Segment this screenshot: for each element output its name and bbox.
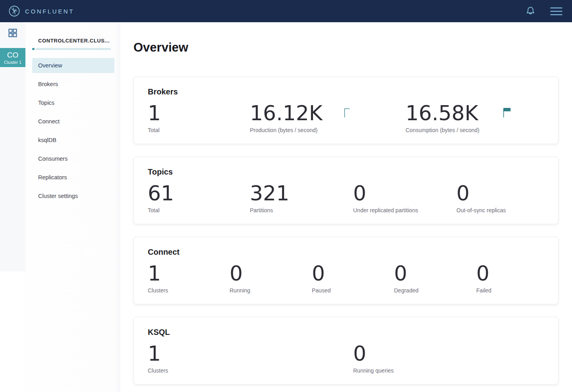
stat-value: 0 — [312, 263, 394, 284]
sidebar-nav-list: Overview Brokers Topics Connect ksqlDB C… — [25, 58, 120, 204]
stat-value: 321 — [250, 183, 353, 204]
stat-value: 0 — [394, 263, 476, 284]
brokers-total-stat: 1 Total — [148, 102, 250, 133]
bell-icon — [526, 6, 535, 16]
brokers-card[interactable]: Brokers 1 Total 16.12K Production (bytes… — [133, 77, 558, 144]
brokers-consumption-stat: 16.58K Consumption (bytes / second) — [406, 102, 503, 133]
stat-value: 16.58K — [406, 102, 503, 124]
stat-label: Failed — [476, 287, 558, 294]
sidebar-item-ksqldb[interactable]: ksqlDB — [32, 133, 114, 148]
cluster-rail: CO Cluster 1 — [0, 22, 25, 392]
sidebar-item-brokers[interactable]: Brokers — [32, 77, 114, 92]
home-clusters-button[interactable] — [8, 28, 18, 39]
cluster-badge[interactable]: CO Cluster 1 — [0, 48, 25, 67]
connect-running-stat: 0 Running — [230, 263, 312, 294]
ksql-clusters-stat: 1 Clusters — [148, 343, 353, 374]
confluent-spark-icon — [9, 6, 20, 17]
topics-card-title: Topics — [148, 167, 558, 177]
stat-label: Degraded — [394, 287, 476, 294]
stat-label: Partitions — [250, 207, 353, 213]
topics-card[interactable]: Topics 61 Total 321 Partitions 0 Under r… — [133, 157, 558, 224]
top-navbar: CONFLUENT — [0, 0, 572, 22]
ksql-card-title: KSQL — [148, 328, 558, 337]
stat-label: Running — [230, 287, 312, 294]
confluent-logo[interactable]: CONFLUENT — [9, 6, 74, 17]
sidebar-item-consumers[interactable]: Consumers — [32, 151, 114, 166]
stat-value: 1 — [148, 263, 230, 284]
stat-label: Clusters — [148, 367, 353, 374]
connect-paused-stat: 0 Paused — [312, 263, 394, 294]
connect-card[interactable]: Connect 1 Clusters 0 Running 0 Paused 0 … — [133, 237, 558, 304]
stat-value: 0 — [230, 263, 312, 284]
stat-value: 61 — [148, 183, 250, 204]
stat-value: 0 — [456, 183, 558, 204]
stat-value: 1 — [148, 343, 353, 364]
consumption-sparkline-icon — [503, 102, 558, 119]
connect-degraded-stat: 0 Degraded — [394, 263, 476, 294]
sidebar-item-overview[interactable]: Overview — [32, 58, 114, 73]
stat-label: Running queries — [353, 367, 558, 374]
stat-value: 0 — [353, 343, 558, 364]
brand-name: CONFLUENT — [25, 8, 74, 15]
menu-button[interactable] — [550, 7, 562, 15]
topics-under-replicated-stat: 0 Under replicated partitions — [353, 183, 456, 213]
connect-clusters-stat: 1 Clusters — [148, 263, 230, 294]
sidebar: CONTROLCENTER.CLUS... Overview Brokers T… — [25, 22, 120, 392]
brokers-card-title: Brokers — [148, 87, 558, 96]
main-content: Overview Brokers 1 Total 16.12K Producti… — [120, 22, 572, 392]
sidebar-item-replicators[interactable]: Replicators — [32, 170, 114, 185]
notifications-button[interactable] — [526, 6, 535, 16]
sidebar-item-cluster-settings[interactable]: Cluster settings — [32, 188, 114, 204]
stat-label: Consumption (bytes / second) — [406, 127, 503, 133]
topics-out-of-sync-stat: 0 Out-of-sync replicas — [456, 183, 558, 213]
production-sparkline-icon — [344, 102, 406, 119]
cluster-name: Cluster 1 — [4, 60, 21, 65]
stat-label: Paused — [312, 287, 394, 294]
stat-value: 16.12K — [250, 102, 344, 124]
stat-label: Clusters — [148, 287, 230, 294]
stat-label: Out-of-sync replicas — [456, 207, 558, 213]
connect-failed-stat: 0 Failed — [476, 263, 558, 294]
ksql-card[interactable]: KSQL 1 Clusters 0 Running queries — [133, 317, 558, 384]
cluster-title: CONTROLCENTER.CLUS... — [38, 38, 120, 44]
connect-card-title: Connect — [148, 248, 558, 257]
stat-label: Under replicated partitions — [353, 207, 456, 213]
stat-value: 0 — [476, 263, 558, 284]
brokers-production-stat: 16.12K Production (bytes / second) — [250, 102, 344, 133]
stat-label: Production (bytes / second) — [250, 127, 344, 133]
sidebar-item-topics[interactable]: Topics — [32, 95, 114, 110]
topics-total-stat: 61 Total — [148, 183, 250, 213]
topics-partitions-stat: 321 Partitions — [250, 183, 353, 213]
health-tick — [32, 48, 35, 50]
grid-icon — [8, 29, 17, 37]
ksql-running-queries-stat: 0 Running queries — [353, 343, 558, 374]
stat-value: 1 — [148, 102, 250, 124]
cluster-health-indicator — [32, 48, 111, 50]
health-track — [36, 48, 111, 50]
stat-label: Total — [148, 127, 250, 133]
cluster-initials: CO — [7, 51, 19, 59]
hamburger-icon — [550, 7, 562, 15]
stat-value: 0 — [353, 183, 456, 204]
page-title: Overview — [133, 40, 558, 56]
stat-label: Total — [148, 207, 250, 213]
sidebar-item-connect[interactable]: Connect — [32, 114, 114, 129]
